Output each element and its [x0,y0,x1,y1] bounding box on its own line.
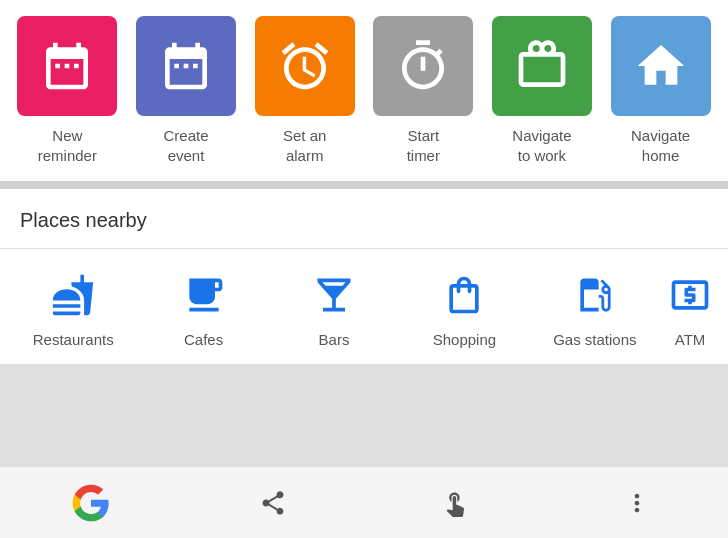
more-vertical-icon [623,489,651,517]
timer-icon [395,38,451,94]
set-alarm-label: Set an alarm [283,126,326,165]
start-timer-icon-bg [373,16,473,116]
place-gas-stations[interactable]: Gas stations [530,269,660,348]
gas-stations-icon [569,269,621,321]
start-timer-label: Start timer [407,126,440,165]
shopping-icon [438,269,490,321]
places-row: Restaurants Cafes Bars [0,249,728,364]
action-set-alarm[interactable]: Set an alarm [250,16,360,165]
quick-actions-section: New reminder Create event [0,0,728,181]
places-nearby-section: Places nearby Restaurants Cafes [0,189,728,364]
google-g-icon [71,483,111,523]
bars-icon [308,269,360,321]
navigate-work-icon-bg [492,16,592,116]
work-icon [514,38,570,94]
shopping-label: Shopping [433,331,496,348]
create-event-label: Create event [163,126,208,165]
place-atm[interactable]: ATM [660,269,720,348]
place-restaurants[interactable]: Restaurants [8,269,138,348]
bottom-nav [0,466,728,538]
section-divider [0,181,728,189]
share-button[interactable] [243,473,303,533]
action-navigate-home[interactable]: Navigate home [606,16,716,165]
share-icon [259,489,287,517]
alarm-icon [277,38,333,94]
atm-label: ATM [675,331,706,348]
touch-button[interactable] [425,473,485,533]
cafes-icon [178,269,230,321]
home-icon [633,38,689,94]
calendar-icon [158,38,214,94]
actions-row: New reminder Create event [8,16,720,165]
place-bars[interactable]: Bars [269,269,399,348]
action-start-timer[interactable]: Start timer [368,16,478,165]
more-button[interactable] [607,473,667,533]
create-event-icon-bg [136,16,236,116]
gas-stations-label: Gas stations [553,331,636,348]
new-reminder-label: New reminder [38,126,97,165]
google-button[interactable] [61,473,121,533]
place-cafes[interactable]: Cafes [138,269,268,348]
atm-icon [664,269,716,321]
set-alarm-icon-bg [255,16,355,116]
touch-icon [441,489,469,517]
restaurants-icon [47,269,99,321]
place-shopping[interactable]: Shopping [399,269,529,348]
restaurants-label: Restaurants [33,331,114,348]
places-nearby-title: Places nearby [0,189,728,248]
bars-label: Bars [319,331,350,348]
action-navigate-work[interactable]: Navigate to work [487,16,597,165]
navigate-home-icon-bg [611,16,711,116]
action-create-event[interactable]: Create event [131,16,241,165]
action-new-reminder[interactable]: New reminder [12,16,122,165]
cafes-label: Cafes [184,331,223,348]
reminder-icon [39,38,95,94]
new-reminder-icon-bg [17,16,117,116]
navigate-home-label: Navigate home [631,126,690,165]
navigate-work-label: Navigate to work [512,126,571,165]
